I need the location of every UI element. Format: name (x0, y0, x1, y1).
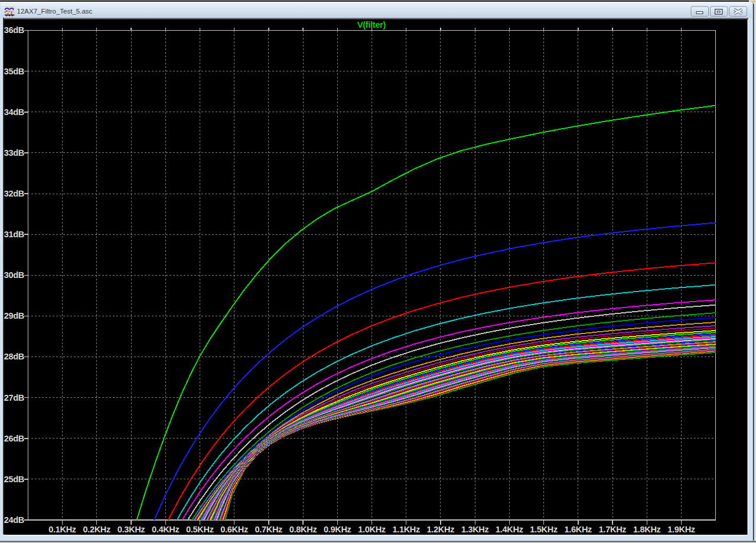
svg-text:25dB: 25dB (4, 475, 24, 484)
svg-text:0.4KHz: 0.4KHz (152, 525, 180, 534)
svg-text:0.8KHz: 0.8KHz (289, 525, 317, 534)
svg-text:31dB: 31dB (4, 230, 24, 239)
svg-text:32dB: 32dB (4, 189, 24, 198)
svg-text:0.6KHz: 0.6KHz (220, 525, 248, 534)
svg-text:1.1KHz: 1.1KHz (392, 525, 420, 534)
svg-text:34dB: 34dB (4, 107, 24, 117)
svg-text:0.5KHz: 0.5KHz (186, 525, 214, 534)
svg-text:1.0KHz: 1.0KHz (358, 525, 386, 534)
svg-text:1.5KHz: 1.5KHz (530, 525, 558, 534)
svg-text:1.6KHz: 1.6KHz (565, 525, 592, 534)
svg-text:26dB: 26dB (4, 434, 24, 443)
svg-text:36dB: 36dB (4, 25, 24, 35)
svg-text:1.3KHz: 1.3KHz (461, 525, 489, 534)
svg-text:1.8KHz: 1.8KHz (633, 525, 661, 534)
svg-text:1.4KHz: 1.4KHz (496, 525, 523, 534)
svg-text:35dB: 35dB (4, 67, 24, 76)
svg-text:12AX7_Filtro_Test_5.asc: 12AX7_Filtro_Test_5.asc (17, 8, 93, 15)
svg-text:0.1KHz: 0.1KHz (48, 525, 76, 534)
svg-text:0.3KHz: 0.3KHz (118, 525, 145, 534)
svg-text:0.9KHz: 0.9KHz (324, 525, 351, 534)
svg-text:33dB: 33dB (4, 148, 24, 158)
svg-text:30dB: 30dB (4, 270, 24, 280)
svg-text:0.7KHz: 0.7KHz (255, 525, 283, 534)
svg-text:29dB: 29dB (4, 311, 24, 320)
svg-text:1.7KHz: 1.7KHz (599, 525, 627, 534)
svg-text:1.2KHz: 1.2KHz (427, 525, 455, 534)
svg-text:28dB: 28dB (4, 352, 24, 361)
svg-text:27dB: 27dB (4, 393, 24, 403)
svg-text:1.9KHz: 1.9KHz (667, 525, 695, 534)
svg-text:V(filter): V(filter) (357, 20, 386, 30)
svg-text:24dB: 24dB (4, 515, 24, 525)
svg-text:0.2KHz: 0.2KHz (83, 525, 110, 534)
